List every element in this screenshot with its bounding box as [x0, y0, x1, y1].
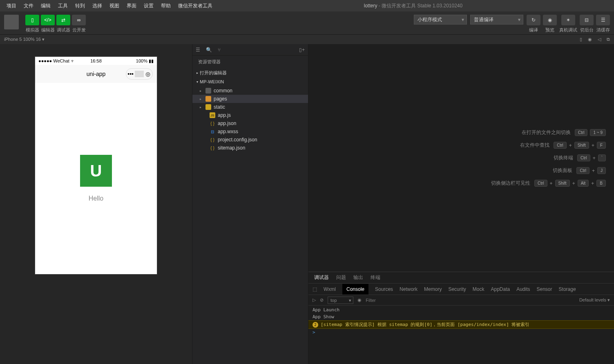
console-line: App Launch	[308, 306, 614, 313]
tab-debugger[interactable]: 调试器	[314, 274, 329, 281]
menu-item[interactable]: 编辑	[38, 1, 54, 11]
tree-item-label: app.json	[218, 121, 236, 126]
folder-item[interactable]: ▸static	[192, 103, 308, 111]
menu-item[interactable]: 视图	[106, 1, 123, 11]
menu-item[interactable]: 文件	[20, 1, 37, 11]
file-item[interactable]: ⊟app.wxss	[192, 127, 308, 136]
inspect-icon[interactable]: ⬚	[313, 286, 317, 292]
project-section[interactable]: ▾MP-WEIXIN	[192, 78, 308, 86]
tab-terminal[interactable]: 终端	[371, 274, 380, 281]
debugger-button[interactable]: ⇄	[56, 15, 70, 25]
editor-panel: 在打开的文件之间切换Ctrl1 ~ 9在文件中查找Ctrl+Shift+F切换终…	[308, 44, 614, 364]
mode-dropdown[interactable]: 小程序模式	[414, 15, 467, 25]
menu-item[interactable]: 设置	[141, 1, 157, 11]
menu-item[interactable]: 选择	[89, 1, 105, 11]
pop-icon[interactable]: ⧉	[607, 37, 610, 42]
cloud-button[interactable]: ∞	[72, 15, 86, 25]
avatar[interactable]	[4, 15, 19, 29]
menu-item[interactable]: 工具	[55, 1, 71, 11]
compile-dropdown[interactable]: 普通编译	[470, 15, 523, 25]
capsule-button[interactable]: •••◎	[126, 68, 153, 80]
levels-selector[interactable]: Default levels ▾	[579, 297, 610, 303]
tree-item-label: pages	[214, 96, 227, 102]
folder-icon	[205, 96, 211, 102]
folder-item[interactable]: ▸common	[192, 87, 308, 95]
simulator-panel: ●●●●● WeChat ᯤ 16:58 100% ▮▮ uni-app •••…	[0, 44, 192, 364]
menu-item[interactable]: 界面	[123, 1, 140, 11]
phone-time: 16:58	[77, 58, 115, 63]
app-logo: U	[80, 155, 112, 187]
device-selector[interactable]: iPhone 5 100% 16 ▾	[4, 37, 45, 42]
menu-item[interactable]: 项目	[3, 1, 20, 11]
folder-icon	[205, 88, 211, 94]
tab-output[interactable]: 输出	[353, 274, 363, 281]
background-icon[interactable]: ⊟	[580, 15, 594, 25]
phone-nav-title: uni-app	[87, 71, 106, 77]
tab-audits[interactable]: Audits	[516, 286, 530, 292]
menu-item[interactable]: 帮助	[158, 1, 174, 11]
tree-item-label: app.wxss	[218, 129, 238, 134]
file-icon: JS	[210, 112, 215, 118]
preview-icon[interactable]: ◉	[543, 15, 557, 25]
context-selector[interactable]: top	[328, 297, 353, 304]
remote-debug-icon[interactable]: ✶	[561, 15, 575, 25]
phone-preview[interactable]: ●●●●● WeChat ᯤ 16:58 100% ▮▮ uni-app •••…	[35, 56, 157, 275]
menu-item[interactable]: 微信开发者工具	[175, 1, 216, 11]
tool-label: 编辑器	[41, 27, 55, 33]
tree-item-label: sitemap.json	[218, 145, 245, 151]
tree-item-label: project.config.json	[218, 137, 257, 143]
file-icon: { }	[210, 137, 215, 143]
shortcut-hint: 在文件中查找Ctrl+Shift+F	[520, 142, 606, 149]
compile-icon[interactable]: ↻	[527, 15, 540, 25]
tab-memory[interactable]: Memory	[424, 286, 442, 292]
file-tree: ▸common▸pages▸staticJSapp.js{ }app.json⊟…	[192, 86, 308, 153]
file-item[interactable]: JSapp.js	[192, 111, 308, 119]
console-prompt[interactable]: >	[308, 329, 614, 336]
main-menu: 项目 文件 编辑 工具 转到 选择 视图 界面 设置 帮助 微信开发者工具	[3, 1, 216, 11]
play-icon[interactable]: ▷	[313, 297, 316, 303]
record-icon[interactable]: ◉	[588, 37, 592, 42]
tab-wxml[interactable]: Wxml	[324, 286, 336, 292]
simulator-button[interactable]: ▯	[25, 15, 39, 25]
explorer-list-icon[interactable]: ☰	[196, 47, 200, 53]
explorer-panel: ☰ 🔍 ⑂ ▯+ 资源管理器 ▸打开的编辑器 ▾MP-WEIXIN ▸commo…	[192, 44, 308, 364]
file-item[interactable]: { }project.config.json	[192, 136, 308, 144]
explorer-title: 资源管理器	[192, 56, 308, 68]
search-icon[interactable]: 🔍	[206, 47, 212, 53]
tab-security[interactable]: Security	[448, 286, 466, 292]
branch-icon[interactable]: ⑂	[218, 47, 221, 53]
clear-cache-icon[interactable]: ☰	[596, 15, 610, 25]
editor-button[interactable]: </>	[41, 15, 55, 25]
collapse-icon[interactable]: ▯+	[299, 47, 305, 53]
window-title: lottery - 微信开发者工具 Stable 1.03.2010240	[216, 2, 611, 9]
file-item[interactable]: { }sitemap.json	[192, 144, 308, 152]
file-icon: ⊟	[210, 129, 215, 134]
folder-item[interactable]: ▸pages	[192, 95, 308, 103]
console-line: App Show	[308, 313, 614, 320]
tab-appdata[interactable]: AppData	[491, 286, 510, 292]
tab-network[interactable]: Network	[400, 286, 418, 292]
device-icon[interactable]: ▯	[580, 37, 582, 42]
tree-item-label: app.js	[218, 112, 231, 118]
devtools-panel: 调试器 问题 输出 终端 ⬚ Wxml Console Sources Netw…	[308, 272, 614, 364]
filter-input[interactable]	[366, 298, 575, 303]
hello-text: Hello	[89, 195, 103, 202]
tab-mock[interactable]: Mock	[473, 286, 485, 292]
file-item[interactable]: { }app.json	[192, 119, 308, 127]
clear-icon[interactable]: ⊘	[320, 297, 324, 303]
menu-item[interactable]: 转到	[72, 1, 88, 11]
shortcut-hint: 切换终端Ctrl+`	[554, 154, 606, 161]
open-editors-section[interactable]: ▸打开的编辑器	[192, 68, 308, 78]
tab-console[interactable]: Console	[342, 284, 368, 295]
tab-storage[interactable]: Storage	[559, 286, 576, 292]
eye-icon[interactable]: ◉	[357, 297, 362, 303]
tab-sensor[interactable]: Sensor	[537, 286, 552, 292]
mute-icon[interactable]: ◁	[598, 37, 601, 42]
phone-battery: 100% ▮▮	[115, 58, 154, 64]
shortcut-hint: 切换侧边栏可见性Ctrl+Shift+Alt+B	[491, 180, 606, 187]
folder-icon	[205, 104, 211, 110]
tab-sources[interactable]: Sources	[375, 286, 393, 292]
file-icon: { }	[210, 121, 215, 126]
tab-problems[interactable]: 问题	[336, 274, 346, 281]
tree-item-label: common	[214, 88, 232, 94]
